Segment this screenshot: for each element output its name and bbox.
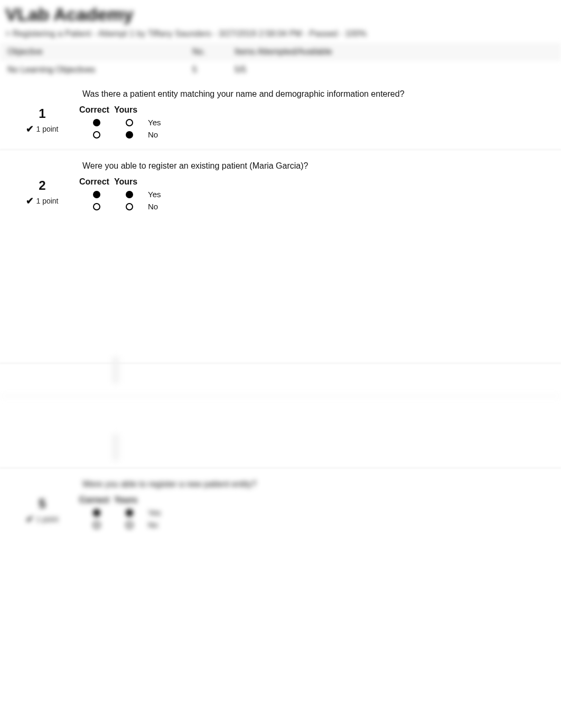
blurred-region-2: [0, 325, 561, 394]
answer-label-no: No: [145, 202, 158, 211]
answer-label-yes: Yes: [145, 508, 161, 517]
summary-col3-val: 5/5: [235, 65, 554, 75]
page-title: VLab Academy: [5, 4, 556, 25]
answer-row-no: No: [79, 520, 161, 529]
radio-yours-no: [126, 131, 133, 139]
bottom-whitespace: [0, 538, 561, 717]
question-text: Were you able to register a new patient …: [0, 474, 561, 495]
points-label: 1 point: [36, 125, 58, 133]
breadcrumb: > Registering a Patient - Attempt 1 by T…: [0, 27, 561, 43]
answer-row-no: No: [79, 202, 161, 211]
col-yours-head: Yours: [114, 495, 145, 505]
question-5: Were you able to register a new patient …: [0, 474, 561, 538]
question-number: 5: [5, 496, 79, 511]
check-icon: ✔: [26, 513, 34, 525]
col-correct-head: Correct: [79, 105, 114, 115]
radio-yours-no: [126, 521, 133, 529]
col-correct-head: Correct: [79, 495, 114, 505]
answer-label-yes: Yes: [145, 118, 161, 127]
summary-col1-head: Objective: [7, 47, 192, 57]
radio-correct-no: [93, 131, 100, 139]
radio-correct-yes: [93, 119, 100, 126]
radio-correct-no: [93, 203, 100, 210]
question-number-col: 2 ✔ 1 point: [5, 177, 79, 207]
summary-body: No Learning Objectives 5 5/5: [0, 61, 561, 79]
radio-correct-yes: [93, 191, 100, 198]
summary-col2-val: 5: [192, 65, 235, 75]
answer-table: Correct Yours Yes No: [79, 177, 161, 211]
divider: [0, 467, 561, 469]
answer-table: Correct Yours Yes No: [79, 495, 161, 529]
question-1: Was there a patient entity matching your…: [0, 84, 561, 148]
col-yours-head: Yours: [114, 177, 145, 187]
radio-correct-yes: [93, 509, 100, 517]
question-number: 1: [5, 106, 79, 121]
points-label: 1 point: [36, 515, 58, 523]
answer-row-yes: Yes: [79, 508, 161, 517]
question-text: Was there a patient entity matching your…: [0, 84, 561, 105]
col-yours-head: Yours: [114, 105, 145, 115]
answer-row-no: No: [79, 130, 161, 139]
blurred-region-1: [0, 219, 561, 325]
radio-yours-yes: [126, 119, 133, 126]
check-icon: ✔: [26, 195, 34, 207]
summary-col3-head: Items Attempted/Available: [235, 47, 554, 57]
question-text: Were you able to register an existing pa…: [0, 156, 561, 177]
question-2: Were you able to register an existing pa…: [0, 156, 561, 219]
radio-yours-no: [126, 203, 133, 210]
check-icon: ✔: [26, 123, 34, 135]
summary-col2-head: No.: [192, 47, 235, 57]
answer-label-no: No: [145, 520, 158, 529]
radio-correct-no: [93, 521, 100, 529]
radio-yours-yes: [126, 509, 133, 517]
blurred-region-3: [0, 397, 561, 466]
answer-row-yes: Yes: [79, 118, 161, 127]
divider: [0, 149, 561, 151]
answer-table: Correct Yours Yes No: [79, 105, 161, 139]
page-header: VLab Academy: [0, 0, 561, 27]
question-number: 2: [5, 178, 79, 193]
question-points: ✔ 1 point: [26, 123, 58, 135]
answer-label-yes: Yes: [145, 190, 161, 199]
answer-row-yes: Yes: [79, 190, 161, 199]
question-number-col: 5 ✔ 1 point: [5, 495, 79, 525]
summary-header: Objective No. Items Attempted/Available: [0, 43, 561, 61]
question-number-col: 1 ✔ 1 point: [5, 105, 79, 135]
radio-yours-yes: [126, 191, 133, 198]
points-label: 1 point: [36, 197, 58, 205]
question-points: ✔ 1 point: [26, 195, 58, 207]
question-points: ✔ 1 point: [26, 513, 58, 525]
summary-col1-val: No Learning Objectives: [7, 65, 192, 75]
col-correct-head: Correct: [79, 177, 114, 187]
answer-label-no: No: [145, 130, 158, 139]
